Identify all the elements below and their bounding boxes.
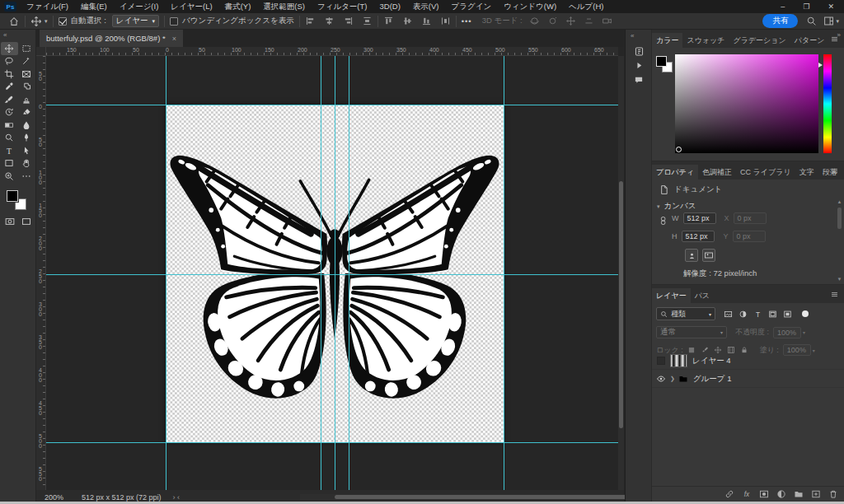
bounding-box-checkbox[interactable] <box>170 17 178 26</box>
canvas-section-chevron-icon[interactable]: ▾ <box>657 203 660 210</box>
kind-frame-icon[interactable] <box>768 310 777 319</box>
toolbar-collapse-icon[interactable]: « <box>3 31 35 39</box>
scroll-up-icon[interactable]: ▲ <box>837 199 842 204</box>
layer-thumbnail[interactable] <box>670 354 687 367</box>
guide-vertical[interactable] <box>166 56 166 490</box>
roll-icon[interactable] <box>547 16 558 26</box>
screen-mode-icon[interactable] <box>21 216 31 229</box>
adjustment-icon[interactable] <box>776 489 786 499</box>
layer-filter-dropdown[interactable]: 種類 ▾ <box>656 307 715 320</box>
guide-vertical[interactable] <box>504 56 504 490</box>
foreground-color-swatch[interactable] <box>7 190 18 202</box>
align-left-icon[interactable] <box>305 16 316 26</box>
tab-gradients[interactable]: グラデーション <box>729 33 790 48</box>
color-picker-marker[interactable] <box>676 147 682 152</box>
guide-horizontal[interactable] <box>46 274 618 275</box>
workspace-chevron-icon[interactable]: ▾ <box>836 18 839 25</box>
orientation-landscape-button[interactable] <box>702 249 715 262</box>
align-center-h-icon[interactable] <box>324 16 335 26</box>
share-button[interactable]: 共有 <box>762 14 798 28</box>
tool-preset-chevron-icon[interactable]: ▾ <box>45 18 48 25</box>
minimize-button[interactable]: – <box>781 2 785 11</box>
properties-scrollbar[interactable]: ▲ ▼ <box>837 199 842 282</box>
color-field[interactable] <box>675 54 818 153</box>
horizontal-ruler[interactable]: 1501005005010015020025030035040045050055… <box>46 47 618 56</box>
menu-item-5[interactable]: 選択範囲(S) <box>263 2 305 12</box>
menu-item-2[interactable]: イメージ(I) <box>120 2 159 12</box>
menu-item-6[interactable]: フィルター(T) <box>317 2 368 12</box>
properties-panel-menu-icon[interactable] <box>830 166 839 175</box>
zoom-level[interactable]: 200% <box>45 493 63 502</box>
visibility-toggle[interactable] <box>652 374 670 384</box>
guide-horizontal[interactable] <box>46 105 618 105</box>
menu-item-0[interactable]: ファイル(F) <box>26 2 68 12</box>
menu-item-4[interactable]: 書式(Y) <box>225 2 251 12</box>
layers-panel-menu-icon[interactable] <box>830 290 839 299</box>
layer-name[interactable]: グループ 1 <box>693 374 732 385</box>
tab-swatches[interactable]: スウォッチ <box>682 33 729 48</box>
comments-icon[interactable] <box>626 72 652 86</box>
status-chevron-icon[interactable]: › ‹ <box>173 493 181 502</box>
restore-button[interactable]: ❐ <box>803 2 809 11</box>
canvas-link-icon[interactable] <box>659 216 668 226</box>
height-field[interactable]: 512 px <box>682 231 715 242</box>
guide-horizontal[interactable] <box>46 442 618 443</box>
tool-pen[interactable] <box>18 132 35 145</box>
canvas-viewport[interactable] <box>46 56 618 490</box>
tab-cc-libraries[interactable]: CC ライブラリ <box>736 165 795 180</box>
kind-type-icon[interactable]: T <box>753 310 762 319</box>
group-disclosure-icon[interactable]: ❯ <box>670 376 675 382</box>
libraries-icon[interactable] <box>626 44 652 58</box>
more-options-icon[interactable]: ••• <box>462 16 472 26</box>
tab-color[interactable]: カラー <box>652 33 682 48</box>
panelstrip-collapse-icon[interactable]: « <box>631 32 651 40</box>
tab-paths[interactable]: パス <box>691 288 714 303</box>
guide-vertical[interactable] <box>335 56 335 490</box>
tool-gradient[interactable] <box>1 119 18 132</box>
home-icon[interactable] <box>8 16 20 27</box>
tool-brush[interactable] <box>1 93 18 106</box>
pan3d-icon[interactable] <box>565 16 576 26</box>
kind-smart-icon[interactable] <box>783 310 792 319</box>
tool-zoom[interactable] <box>1 170 18 183</box>
link-icon[interactable] <box>724 489 734 499</box>
tool-dodge[interactable] <box>1 132 18 145</box>
scroll-down-icon[interactable]: ▼ <box>837 277 842 282</box>
menu-item-9[interactable]: プラグイン <box>452 2 492 12</box>
guide-vertical[interactable] <box>349 56 349 490</box>
kind-image-icon[interactable] <box>724 310 733 319</box>
tool-type[interactable]: T <box>1 144 18 157</box>
tool-eraser[interactable] <box>18 106 35 119</box>
tool-stamp[interactable] <box>18 93 35 106</box>
vertical-scrollbar[interactable] <box>618 56 624 490</box>
new-layer-icon[interactable] <box>811 489 821 499</box>
layer-row-1[interactable]: レイヤー 4 <box>652 352 844 370</box>
tool-crop[interactable] <box>1 68 18 81</box>
tab-properties[interactable]: プロパティ <box>652 165 698 180</box>
tool-edit-toolbar[interactable] <box>18 170 35 183</box>
opacity-field[interactable]: 100% <box>773 327 801 338</box>
auto-select-dropdown[interactable]: レイヤー▾ <box>112 15 159 27</box>
tab-adjustments[interactable]: 色調補正 <box>698 165 736 180</box>
quick-mask-icon[interactable] <box>5 216 15 229</box>
tool-eyedropper[interactable] <box>1 81 18 94</box>
align-bottom-icon[interactable] <box>421 16 432 26</box>
auto-select-checkbox[interactable] <box>59 17 67 26</box>
menu-item-10[interactable]: ウィンドウ(W) <box>504 2 556 12</box>
blend-mode-dropdown[interactable]: 通常▾ <box>656 326 727 338</box>
tab-patterns[interactable]: パターン <box>790 33 829 48</box>
foreground-color-swatch[interactable] <box>656 56 667 67</box>
orientation-portrait-button[interactable] <box>685 249 698 262</box>
tool-patch[interactable] <box>18 81 35 94</box>
width-field[interactable]: 512 px <box>683 212 716 224</box>
actions-icon[interactable] <box>626 58 652 72</box>
guide-vertical[interactable] <box>321 56 321 490</box>
workspace-icon[interactable] <box>823 16 834 26</box>
tool-rectangle[interactable] <box>1 157 18 170</box>
hue-slider[interactable] <box>823 54 832 153</box>
hue-slider-marker[interactable] <box>818 63 823 68</box>
align-right-icon[interactable] <box>343 16 354 26</box>
tool-history-brush[interactable] <box>1 106 18 119</box>
document-tab[interactable]: butterfuly.psd @ 200% (RGB/8#) * × <box>40 30 183 47</box>
trash-icon[interactable] <box>828 489 838 499</box>
